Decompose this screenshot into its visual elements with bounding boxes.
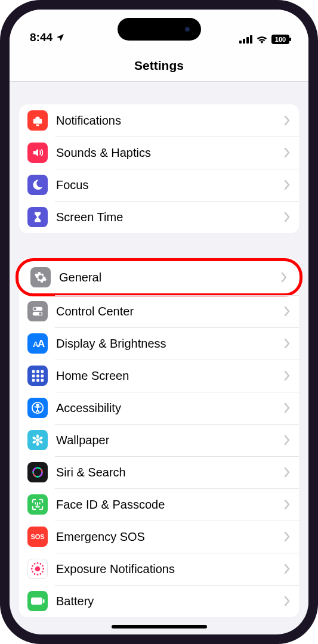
settings-list[interactable]: Notifications Sounds & Haptics Focus Scr… — [10, 82, 308, 634]
svg-rect-20 — [41, 374, 44, 377]
exposure-icon — [27, 559, 48, 579]
settings-group: General Control Center AA Display & Brig… — [19, 258, 299, 617]
svg-rect-0 — [239, 41, 242, 44]
settings-row-focus[interactable]: Focus — [19, 169, 299, 201]
svg-point-28 — [39, 436, 44, 440]
settings-row-homescreen[interactable]: Home Screen — [19, 360, 299, 392]
svg-point-12 — [39, 312, 42, 315]
svg-rect-23 — [41, 379, 44, 382]
svg-point-26 — [36, 438, 39, 442]
settings-row-sos[interactable]: SOS Emergency SOS — [19, 521, 299, 553]
svg-rect-19 — [36, 374, 39, 377]
row-label: Notifications — [56, 114, 283, 128]
svg-point-27 — [36, 434, 39, 438]
svg-rect-21 — [32, 379, 35, 382]
svg-point-49 — [32, 565, 34, 567]
location-icon — [55, 33, 65, 42]
chevron-right-icon — [283, 179, 291, 190]
chevron-right-icon — [280, 272, 288, 283]
svg-point-32 — [32, 436, 37, 440]
wifi-icon — [256, 35, 268, 44]
sos-icon: SOS — [27, 527, 48, 547]
svg-point-39 — [37, 562, 39, 564]
dynamic-island — [118, 18, 201, 41]
screen: 8:44 100 — [10, 10, 308, 634]
settings-row-screentime[interactable]: Screen Time — [19, 201, 299, 233]
aa-icon: AA — [27, 333, 48, 354]
chevron-right-icon — [283, 212, 291, 222]
settings-row-wallpaper[interactable]: Wallpaper — [19, 424, 299, 456]
settings-row-sounds[interactable]: Sounds & Haptics — [19, 137, 299, 169]
settings-row-display[interactable]: AA Display & Brightness — [19, 327, 299, 360]
settings-row-general[interactable]: General — [16, 258, 302, 296]
svg-rect-3 — [250, 35, 252, 44]
svg-rect-17 — [41, 370, 44, 373]
svg-point-45 — [37, 574, 39, 575]
chevron-right-icon — [283, 147, 291, 158]
switches-icon — [27, 301, 48, 321]
settings-row-notifications[interactable]: Notifications — [19, 104, 299, 137]
svg-rect-5 — [289, 38, 291, 41]
row-label: Battery — [56, 595, 283, 608]
svg-rect-16 — [36, 370, 39, 373]
row-label: Wallpaper — [56, 434, 283, 447]
flower-icon — [27, 430, 48, 450]
settings-row-siri[interactable]: Siri & Search — [19, 456, 299, 488]
accessibility-icon — [27, 398, 48, 418]
chevron-right-icon — [283, 564, 291, 574]
svg-rect-52 — [43, 599, 45, 603]
home-indicator[interactable] — [112, 625, 207, 628]
svg-rect-7 — [33, 119, 42, 123]
svg-rect-8 — [36, 124, 39, 126]
settings-row-controlcenter[interactable]: Control Center — [19, 295, 299, 327]
row-label: Control Center — [56, 305, 283, 318]
speaker-icon — [27, 143, 48, 163]
chevron-right-icon — [283, 115, 291, 126]
chevron-right-icon — [283, 531, 291, 542]
grid-icon — [27, 366, 48, 386]
svg-text:100: 100 — [275, 36, 286, 43]
settings-row-exposure[interactable]: Exposure Notifications — [19, 553, 299, 585]
bell-icon — [27, 110, 48, 131]
row-label: Accessibility — [56, 401, 283, 415]
svg-point-29 — [39, 440, 44, 444]
status-time: 8:44 — [30, 31, 53, 44]
chevron-right-icon — [283, 596, 291, 606]
faceid-icon — [27, 494, 48, 515]
chevron-right-icon — [283, 435, 291, 445]
settings-row-battery[interactable]: Battery — [19, 585, 299, 617]
svg-rect-18 — [32, 374, 35, 377]
svg-text:SOS: SOS — [30, 533, 44, 540]
row-label: Home Screen — [56, 369, 283, 383]
svg-rect-2 — [246, 37, 249, 44]
chevron-right-icon — [283, 467, 291, 478]
row-label: Sounds & Haptics — [56, 146, 283, 160]
svg-rect-22 — [36, 379, 39, 382]
header: Settings — [10, 45, 308, 82]
svg-point-38 — [35, 566, 41, 572]
settings-row-faceid[interactable]: Face ID & Passcode — [19, 488, 299, 521]
svg-point-44 — [39, 573, 42, 575]
svg-point-47 — [32, 571, 34, 573]
svg-point-40 — [39, 563, 42, 565]
chevron-right-icon — [283, 370, 291, 381]
svg-rect-51 — [31, 597, 42, 605]
chevron-right-icon — [283, 499, 291, 510]
svg-point-42 — [42, 568, 44, 570]
hourglass-icon — [27, 207, 48, 227]
battery-icon: 100 — [271, 35, 292, 44]
row-label: Display & Brightness — [56, 337, 283, 351]
chevron-right-icon — [283, 338, 291, 349]
svg-point-46 — [33, 573, 36, 575]
settings-group: Notifications Sounds & Haptics Focus Scr… — [19, 104, 299, 233]
chevron-right-icon — [283, 306, 291, 317]
svg-point-43 — [42, 571, 44, 573]
phone-frame: 8:44 100 — [0, 0, 318, 644]
svg-point-50 — [33, 563, 36, 565]
row-label: General — [59, 271, 280, 284]
row-label: Exposure Notifications — [56, 562, 283, 576]
svg-point-30 — [36, 442, 39, 445]
row-label: Emergency SOS — [56, 530, 283, 544]
svg-rect-1 — [243, 39, 245, 44]
settings-row-accessibility[interactable]: Accessibility — [19, 392, 299, 424]
